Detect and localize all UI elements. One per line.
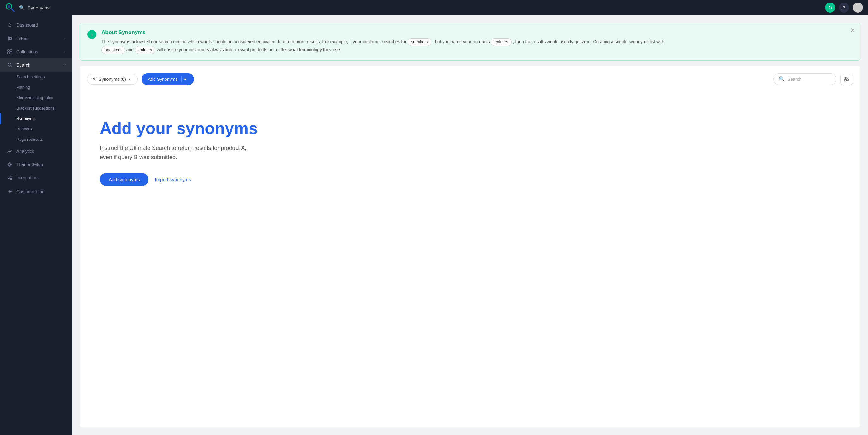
- avatar[interactable]: [853, 3, 863, 13]
- select-label: All Synonyms (0): [93, 77, 126, 82]
- info-text-end: will ensure your customers always find r…: [157, 47, 341, 52]
- sidebar-sub-item-merchandising-rules[interactable]: Merchandising rules: [0, 93, 72, 103]
- svg-rect-11: [7, 52, 9, 54]
- filters-icon: [6, 36, 13, 41]
- search-icon: [6, 62, 13, 68]
- sidebar-item-label: Theme Setup: [17, 162, 43, 167]
- sidebar-item-theme-setup[interactable]: Theme Setup: [0, 158, 72, 171]
- chevron-down-icon: ▾: [129, 77, 130, 81]
- chevron-icon: ›: [63, 64, 67, 66]
- breadcrumb-label: Synonyms: [28, 5, 50, 10]
- sidebar-item-label: Customization: [17, 189, 44, 194]
- add-synonyms-cta-button[interactable]: Add synonyms: [100, 173, 149, 186]
- sidebar-item-integrations[interactable]: Integrations: [0, 171, 72, 185]
- add-synonyms-dropdown-icon[interactable]: ▾: [183, 77, 188, 82]
- sidebar-item-search[interactable]: Search ›: [0, 58, 72, 72]
- svg-rect-12: [10, 52, 12, 54]
- button-divider: [181, 76, 182, 82]
- refresh-button[interactable]: ↻: [825, 3, 835, 13]
- synonyms-filter-select[interactable]: All Synonyms (0) ▾: [87, 74, 138, 85]
- svg-point-26: [845, 80, 846, 81]
- sidebar-item-label: Search: [17, 63, 30, 68]
- tag-sneakers-2: sneakers: [101, 46, 125, 54]
- sidebar-item-filters[interactable]: Filters ›: [0, 32, 72, 45]
- customization-icon: ✦: [6, 188, 13, 195]
- sidebar-sub-item-banners[interactable]: Banners: [0, 124, 72, 134]
- theme-setup-icon: [6, 162, 13, 167]
- sidebar-item-label: Dashboard: [17, 23, 38, 28]
- info-text-mid2: , then the results would usually get zer…: [513, 39, 664, 44]
- main-card: All Synonyms (0) ▾ Add Synonyms ▾ 🔍: [80, 66, 861, 427]
- svg-point-17: [10, 176, 12, 177]
- sidebar-item-label: Filters: [17, 36, 28, 41]
- filter-icon-button[interactable]: [840, 73, 853, 85]
- svg-point-6: [8, 37, 9, 38]
- integrations-icon: [6, 175, 13, 180]
- info-banner-title: About Synonyms: [101, 29, 852, 36]
- empty-state: Add your synonyms Instruct the Ultimate …: [87, 100, 853, 205]
- search-wrapper: 🔍: [773, 73, 853, 85]
- main-layout: ⌂ Dashboard Filters › Collections › Sear…: [0, 15, 868, 435]
- add-synonyms-label: Add Synonyms: [148, 77, 178, 82]
- svg-line-14: [11, 66, 12, 67]
- svg-point-16: [8, 177, 9, 179]
- chevron-icon: ›: [64, 36, 66, 41]
- empty-state-description: Instruct the Ultimate Search to return r…: [100, 144, 251, 162]
- sidebar-sub-item-synonyms[interactable]: Synonyms: [0, 113, 72, 124]
- svg-point-8: [8, 39, 9, 40]
- search-input[interactable]: [787, 77, 825, 82]
- info-text-before: The synonyms below tell our search engin…: [101, 39, 406, 44]
- content-area: i About Synonyms The synonyms below tell…: [72, 15, 868, 435]
- sidebar-sub-item-pinning[interactable]: Pinning: [0, 82, 72, 93]
- collections-icon: [6, 49, 13, 55]
- add-synonyms-button[interactable]: Add Synonyms ▾: [142, 73, 194, 85]
- import-synonyms-button[interactable]: Import synonyms: [154, 173, 192, 186]
- sidebar-sub-item-search-settings[interactable]: Search settings: [0, 72, 72, 82]
- info-banner-text: The synonyms below tell our search engin…: [101, 38, 852, 54]
- sidebar-item-label: Analytics: [17, 149, 34, 154]
- search-icon: 🔍: [779, 76, 785, 82]
- svg-point-2: [7, 5, 10, 8]
- svg-point-25: [847, 78, 848, 80]
- sidebar-item-label: Collections: [17, 49, 38, 54]
- chevron-icon: ›: [64, 49, 66, 54]
- page-breadcrumb: 🔍 Synonyms: [19, 5, 50, 10]
- tag-trainers-1: trainers: [491, 38, 512, 46]
- analytics-icon: [6, 148, 13, 154]
- info-text-and: and: [126, 47, 135, 52]
- sidebar-item-label: Integrations: [17, 175, 39, 180]
- breadcrumb-icon: 🔍: [19, 5, 25, 10]
- svg-line-19: [9, 177, 10, 177]
- close-button[interactable]: ✕: [850, 27, 855, 34]
- sidebar-item-dashboard[interactable]: ⌂ Dashboard: [0, 18, 72, 32]
- empty-state-actions: Add synonyms Import synonyms: [100, 173, 192, 186]
- tag-trainers-2: trainers: [135, 46, 155, 54]
- tag-sneakers-1: sneakers: [408, 38, 432, 46]
- svg-rect-9: [7, 49, 9, 52]
- sidebar: ⌂ Dashboard Filters › Collections › Sear…: [0, 15, 72, 435]
- svg-line-20: [9, 178, 10, 179]
- dashboard-icon: ⌂: [6, 22, 13, 28]
- search-input-wrap[interactable]: 🔍: [773, 73, 836, 85]
- app-logo: [5, 3, 15, 13]
- svg-point-24: [845, 77, 846, 78]
- info-banner: i About Synonyms The synonyms below tell…: [80, 23, 861, 61]
- empty-state-title: Add your synonyms: [100, 119, 258, 137]
- sidebar-item-analytics[interactable]: Analytics: [0, 144, 72, 158]
- svg-point-7: [10, 38, 11, 39]
- svg-line-1: [11, 8, 14, 12]
- svg-point-15: [9, 164, 11, 165]
- svg-rect-10: [10, 49, 12, 52]
- info-banner-content: About Synonyms The synonyms below tell o…: [101, 29, 852, 54]
- help-button[interactable]: ?: [839, 3, 849, 13]
- topbar: 🔍 Synonyms ↻ ?: [0, 0, 868, 15]
- sidebar-item-collections[interactable]: Collections ›: [0, 45, 72, 58]
- info-text-mid1: , but you name your products: [432, 39, 490, 44]
- info-icon: i: [88, 30, 96, 39]
- sidebar-item-customization[interactable]: ✦ Customization: [0, 185, 72, 199]
- toolbar: All Synonyms (0) ▾ Add Synonyms ▾ 🔍: [87, 73, 853, 85]
- svg-point-18: [10, 178, 12, 180]
- sidebar-sub-item-blacklist[interactable]: Blacklist suggestions: [0, 103, 72, 113]
- topbar-right: ↻ ?: [825, 3, 863, 13]
- sidebar-sub-item-page-redirects[interactable]: Page redirects: [0, 134, 72, 144]
